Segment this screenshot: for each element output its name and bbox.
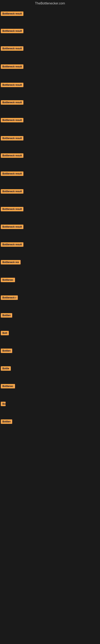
- bottleneck-item[interactable]: Bottlen: [1, 420, 12, 425]
- bottleneck-item[interactable]: Bottleneck result: [1, 46, 23, 52]
- bottleneck-badge[interactable]: Bottleneck result: [1, 64, 23, 69]
- bottleneck-item[interactable]: Bottleneck result: [1, 29, 23, 34]
- bottleneck-item[interactable]: Bottleneck result: [1, 100, 23, 106]
- bottleneck-badge[interactable]: Bottleneck result: [1, 189, 23, 194]
- bottleneck-badge[interactable]: Bottleneck result: [1, 224, 23, 229]
- site-title-bar: TheBottlenecker.com: [0, 0, 100, 6]
- bottleneck-item[interactable]: Bottlen: [1, 313, 12, 318]
- bottleneck-badge[interactable]: Bottleneck r: [1, 296, 18, 300]
- bottleneck-badge[interactable]: Bottleneck result: [1, 100, 23, 105]
- bottleneck-item[interactable]: Bottleneck result: [1, 118, 23, 123]
- bottleneck-item[interactable]: Bottleneck result: [1, 224, 23, 230]
- bottleneck-item[interactable]: Bottlenec: [1, 278, 15, 283]
- bottleneck-badge[interactable]: Bottleneck result: [1, 29, 23, 33]
- bottleneck-badge[interactable]: Bottleneck result: [1, 136, 23, 140]
- bottleneck-item[interactable]: Bottleneck r: [1, 296, 18, 301]
- bottleneck-badge[interactable]: Bottleneck result: [1, 207, 23, 211]
- bottleneck-badge[interactable]: Bottleneck result: [1, 172, 23, 176]
- bottleneck-item[interactable]: Bottleneck result: [1, 242, 23, 248]
- bottleneck-list: [0, 6, 100, 7]
- bottleneck-item[interactable]: Bottleneck result: [1, 12, 23, 17]
- bottleneck-badge[interactable]: Bottlenec: [1, 384, 15, 388]
- bottleneck-item[interactable]: Bottleneck result: [1, 136, 23, 141]
- bottleneck-badge[interactable]: Bo: [1, 402, 6, 406]
- bottleneck-item[interactable]: Bottleneck result: [1, 83, 23, 88]
- bottleneck-badge[interactable]: Bottlen: [1, 348, 12, 353]
- bottleneck-item[interactable]: Bottleneck result: [1, 207, 23, 212]
- bottleneck-item[interactable]: Bottlenec: [1, 384, 15, 389]
- bottleneck-item[interactable]: Bottlen: [1, 348, 12, 354]
- bottleneck-item[interactable]: Bottleneck result: [1, 64, 23, 70]
- bottleneck-item[interactable]: Bottleneck res: [1, 260, 21, 265]
- bottleneck-item[interactable]: Bott: [1, 331, 9, 336]
- bottleneck-badge[interactable]: Bottleneck result: [1, 12, 23, 16]
- bottleneck-badge[interactable]: Bott: [1, 331, 9, 335]
- bottleneck-badge[interactable]: Bottlenec: [1, 278, 15, 282]
- bottleneck-badge[interactable]: Bottleneck res: [1, 260, 21, 264]
- bottleneck-item[interactable]: Bo: [1, 402, 6, 407]
- bottleneck-badge[interactable]: Bottlen: [1, 313, 12, 318]
- bottleneck-item[interactable]: Bottleneck result: [1, 172, 23, 177]
- bottleneck-item[interactable]: Bottle: [1, 366, 11, 372]
- bottleneck-badge[interactable]: Bottleneck result: [1, 153, 23, 158]
- bottleneck-badge[interactable]: Bottle: [1, 366, 11, 371]
- bottleneck-badge[interactable]: Bottleneck result: [1, 118, 23, 122]
- bottleneck-badge[interactable]: Bottleneck result: [1, 242, 23, 247]
- bottleneck-badge[interactable]: Bottlen: [1, 420, 12, 424]
- site-title: TheBottlenecker.com: [0, 0, 100, 6]
- bottleneck-item[interactable]: Bottleneck result: [1, 153, 23, 158]
- bottleneck-badge[interactable]: Bottleneck result: [1, 83, 23, 87]
- bottleneck-badge[interactable]: Bottleneck result: [1, 46, 23, 51]
- bottleneck-item[interactable]: Bottleneck result: [1, 189, 23, 194]
